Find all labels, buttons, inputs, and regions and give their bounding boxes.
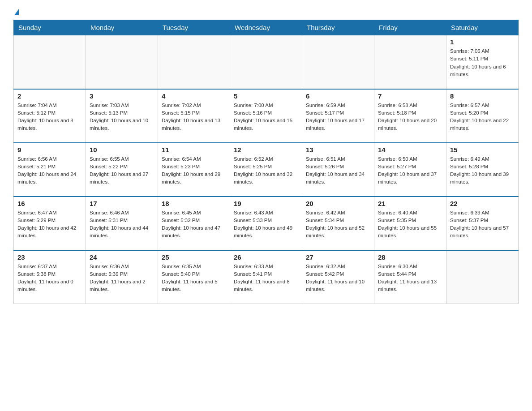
day-sun-info: Sunrise: 6:55 AMSunset: 5:22 PMDaylight:… (90, 155, 154, 186)
day-number: 27 (306, 253, 370, 261)
day-number: 1 (450, 38, 515, 46)
calendar-cell (158, 35, 230, 89)
day-sun-info: Sunrise: 6:58 AMSunset: 5:18 PMDaylight:… (378, 102, 442, 133)
day-sun-info: Sunrise: 7:02 AMSunset: 5:15 PMDaylight:… (162, 102, 226, 133)
logo (13, 9, 19, 15)
day-sun-info: Sunrise: 6:52 AMSunset: 5:25 PMDaylight:… (234, 155, 298, 186)
calendar-cell: 21Sunrise: 6:40 AMSunset: 5:35 PMDayligh… (374, 197, 446, 250)
calendar-cell (230, 35, 302, 89)
day-number: 8 (450, 92, 515, 100)
calendar-cell: 18Sunrise: 6:45 AMSunset: 5:32 PMDayligh… (158, 197, 230, 250)
weekday-header-friday: Friday (374, 20, 446, 35)
day-number: 7 (378, 92, 442, 100)
calendar-cell: 17Sunrise: 6:46 AMSunset: 5:31 PMDayligh… (86, 197, 158, 250)
weekday-header-wednesday: Wednesday (230, 20, 302, 35)
day-sun-info: Sunrise: 6:56 AMSunset: 5:21 PMDaylight:… (17, 155, 82, 186)
calendar-cell: 20Sunrise: 6:42 AMSunset: 5:34 PMDayligh… (302, 197, 374, 250)
calendar-cell: 10Sunrise: 6:55 AMSunset: 5:22 PMDayligh… (86, 143, 158, 197)
day-sun-info: Sunrise: 6:54 AMSunset: 5:23 PMDaylight:… (162, 155, 226, 186)
day-number: 17 (90, 200, 154, 207)
calendar-cell: 5Sunrise: 7:00 AMSunset: 5:16 PMDaylight… (230, 89, 302, 143)
calendar-cell: 23Sunrise: 6:37 AMSunset: 5:38 PMDayligh… (14, 250, 86, 304)
weekday-header-saturday: Saturday (446, 20, 519, 35)
calendar-week-row: 1Sunrise: 7:05 AMSunset: 5:11 PMDaylight… (14, 35, 519, 89)
weekday-header-sunday: Sunday (14, 20, 86, 35)
day-number: 5 (234, 92, 298, 100)
day-sun-info: Sunrise: 7:04 AMSunset: 5:12 PMDaylight:… (17, 102, 82, 133)
day-sun-info: Sunrise: 6:51 AMSunset: 5:26 PMDaylight:… (306, 155, 370, 186)
day-number: 9 (17, 146, 82, 154)
calendar-cell: 14Sunrise: 6:50 AMSunset: 5:27 PMDayligh… (374, 143, 446, 197)
day-sun-info: Sunrise: 6:50 AMSunset: 5:27 PMDaylight:… (378, 155, 442, 186)
day-number: 23 (17, 253, 82, 261)
calendar-cell: 22Sunrise: 6:39 AMSunset: 5:37 PMDayligh… (446, 197, 519, 250)
page-header (13, 9, 519, 15)
calendar-cell: 2Sunrise: 7:04 AMSunset: 5:12 PMDaylight… (14, 89, 86, 143)
weekday-header-monday: Monday (86, 20, 158, 35)
day-number: 2 (17, 92, 82, 100)
day-sun-info: Sunrise: 6:33 AMSunset: 5:41 PMDaylight:… (234, 263, 298, 294)
calendar-cell: 4Sunrise: 7:02 AMSunset: 5:15 PMDaylight… (158, 89, 230, 143)
day-sun-info: Sunrise: 6:37 AMSunset: 5:38 PMDaylight:… (17, 263, 82, 294)
day-number: 12 (234, 146, 298, 154)
day-sun-info: Sunrise: 7:00 AMSunset: 5:16 PMDaylight:… (234, 102, 298, 133)
day-sun-info: Sunrise: 6:39 AMSunset: 5:37 PMDaylight:… (450, 209, 515, 240)
calendar-cell: 11Sunrise: 6:54 AMSunset: 5:23 PMDayligh… (158, 143, 230, 197)
calendar-cell (14, 35, 86, 89)
day-number: 6 (306, 92, 370, 100)
calendar-cell: 8Sunrise: 6:57 AMSunset: 5:20 PMDaylight… (446, 89, 519, 143)
calendar-cell: 28Sunrise: 6:30 AMSunset: 5:44 PMDayligh… (374, 250, 446, 304)
day-number: 25 (162, 253, 226, 261)
day-sun-info: Sunrise: 6:57 AMSunset: 5:20 PMDaylight:… (450, 102, 515, 133)
day-sun-info: Sunrise: 6:40 AMSunset: 5:35 PMDaylight:… (378, 209, 442, 240)
day-number: 26 (234, 253, 298, 261)
weekday-header-thursday: Thursday (302, 20, 374, 35)
calendar-cell: 19Sunrise: 6:43 AMSunset: 5:33 PMDayligh… (230, 197, 302, 250)
calendar-cell: 25Sunrise: 6:35 AMSunset: 5:40 PMDayligh… (158, 250, 230, 304)
day-number: 22 (450, 200, 515, 207)
day-sun-info: Sunrise: 6:30 AMSunset: 5:44 PMDaylight:… (378, 263, 442, 294)
weekday-header-row: SundayMondayTuesdayWednesdayThursdayFrid… (14, 20, 519, 35)
calendar-cell: 16Sunrise: 6:47 AMSunset: 5:29 PMDayligh… (14, 197, 86, 250)
calendar-cell: 3Sunrise: 7:03 AMSunset: 5:13 PMDaylight… (86, 89, 158, 143)
day-number: 13 (306, 146, 370, 154)
calendar-cell: 24Sunrise: 6:36 AMSunset: 5:39 PMDayligh… (86, 250, 158, 304)
day-number: 19 (234, 200, 298, 207)
day-number: 14 (378, 146, 442, 154)
calendar-week-row: 16Sunrise: 6:47 AMSunset: 5:29 PMDayligh… (14, 197, 519, 250)
calendar-cell (302, 35, 374, 89)
day-sun-info: Sunrise: 6:42 AMSunset: 5:34 PMDaylight:… (306, 209, 370, 240)
calendar-cell: 12Sunrise: 6:52 AMSunset: 5:25 PMDayligh… (230, 143, 302, 197)
day-number: 24 (90, 253, 154, 261)
calendar-cell: 27Sunrise: 6:32 AMSunset: 5:42 PMDayligh… (302, 250, 374, 304)
day-sun-info: Sunrise: 6:59 AMSunset: 5:17 PMDaylight:… (306, 102, 370, 133)
day-number: 21 (378, 200, 442, 207)
day-sun-info: Sunrise: 6:32 AMSunset: 5:42 PMDaylight:… (306, 263, 370, 294)
calendar-cell: 13Sunrise: 6:51 AMSunset: 5:26 PMDayligh… (302, 143, 374, 197)
day-number: 28 (378, 253, 442, 261)
weekday-header-tuesday: Tuesday (158, 20, 230, 35)
calendar-cell (374, 35, 446, 89)
day-number: 3 (90, 92, 154, 100)
day-sun-info: Sunrise: 6:43 AMSunset: 5:33 PMDaylight:… (234, 209, 298, 240)
calendar-cell: 6Sunrise: 6:59 AMSunset: 5:17 PMDaylight… (302, 89, 374, 143)
calendar-cell: 1Sunrise: 7:05 AMSunset: 5:11 PMDaylight… (446, 35, 519, 89)
day-number: 18 (162, 200, 226, 207)
calendar-cell (86, 35, 158, 89)
day-number: 20 (306, 200, 370, 207)
day-sun-info: Sunrise: 6:49 AMSunset: 5:28 PMDaylight:… (450, 155, 515, 186)
day-sun-info: Sunrise: 6:47 AMSunset: 5:29 PMDaylight:… (17, 209, 82, 240)
logo-triangle-icon (14, 9, 19, 15)
calendar-cell: 9Sunrise: 6:56 AMSunset: 5:21 PMDaylight… (14, 143, 86, 197)
day-sun-info: Sunrise: 6:45 AMSunset: 5:32 PMDaylight:… (162, 209, 226, 240)
calendar-table: SundayMondayTuesdayWednesdayThursdayFrid… (13, 20, 519, 304)
day-number: 4 (162, 92, 226, 100)
day-number: 11 (162, 146, 226, 154)
day-sun-info: Sunrise: 7:05 AMSunset: 5:11 PMDaylight:… (450, 47, 515, 78)
calendar-cell: 7Sunrise: 6:58 AMSunset: 5:18 PMDaylight… (374, 89, 446, 143)
day-sun-info: Sunrise: 6:46 AMSunset: 5:31 PMDaylight:… (90, 209, 154, 240)
day-number: 15 (450, 146, 515, 154)
day-number: 10 (90, 146, 154, 154)
calendar-week-row: 2Sunrise: 7:04 AMSunset: 5:12 PMDaylight… (14, 89, 519, 143)
calendar-cell: 26Sunrise: 6:33 AMSunset: 5:41 PMDayligh… (230, 250, 302, 304)
